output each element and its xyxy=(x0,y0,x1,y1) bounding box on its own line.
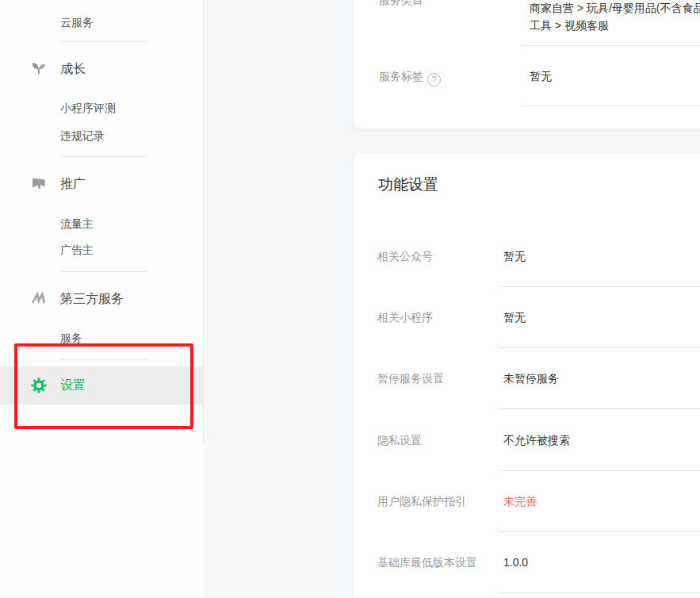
sidebar-item-label: 设置 xyxy=(60,375,86,396)
sidebar-border-line xyxy=(203,0,204,442)
sprout-icon xyxy=(31,61,47,77)
sidebar-item-traffic-master[interactable]: 流量主 xyxy=(60,216,94,232)
service-tag-value: 暂无 xyxy=(530,70,552,83)
divider xyxy=(61,156,147,157)
service-tag-label: 服务标签? xyxy=(379,70,441,86)
divider xyxy=(522,45,700,46)
row-user-privacy-guideline: 用户隐私保护指引 未完善 xyxy=(354,495,700,532)
gear-icon xyxy=(31,378,47,393)
function-settings-card: 功能设置 相关公众号 暂无 相关小程序 暂无 暂停服务设置 未暂停服务 隐私设置… xyxy=(354,153,700,598)
row-related-miniprogram: 相关小程序 暂无 xyxy=(354,311,700,348)
sidebar-item-label: 推广 xyxy=(60,174,86,194)
sidebar: 云服务 成长 小程序评测 违规记录 推广 流量主 广告主 xyxy=(0,0,203,598)
divider xyxy=(498,592,700,593)
sidebar-item-violation-records[interactable]: 违规记录 xyxy=(60,128,105,144)
sidebar-item-cloud-service[interactable]: 云服务 xyxy=(60,14,94,30)
row-value: 暂无 xyxy=(503,250,526,263)
service-tag-label-text: 服务标签 xyxy=(379,70,423,82)
divider xyxy=(61,41,147,42)
row-label: 相关小程序 xyxy=(377,311,433,324)
service-category-label: 服务类目 xyxy=(379,0,423,7)
sidebar-item-label: 成长 xyxy=(60,59,86,79)
sidebar-item-third-party-service[interactable]: 第三方服务 xyxy=(0,289,203,309)
row-value: 未暂停服务 xyxy=(503,372,559,385)
row-value: 不允许被搜索 xyxy=(503,434,570,447)
divider xyxy=(498,470,700,471)
service-category-value-line1: 商家自营 > 玩具/母婴用品(不含食品 xyxy=(530,2,700,15)
service-info-card: 服务类目 商家自营 > 玩具/母婴用品(不含食品 工具 > 视频客服 服务标签?… xyxy=(354,0,700,128)
help-icon[interactable]: ? xyxy=(427,73,441,86)
row-label: 相关公众号 xyxy=(377,250,433,263)
row-label: 基础库最低版本设置 xyxy=(377,556,477,569)
sidebar-item-promotion[interactable]: 推广 xyxy=(0,174,203,194)
row-label: 用户隐私保护指引 xyxy=(377,495,466,508)
sidebar-item-miniprogram-review[interactable]: 小程序评测 xyxy=(60,100,116,116)
row-related-official-account: 相关公众号 暂无 xyxy=(354,250,700,287)
divider xyxy=(498,347,700,348)
sidebar-item-service[interactable]: 服务 xyxy=(60,330,82,346)
service-category-value-line2: 工具 > 视频客服 xyxy=(530,19,609,33)
sidebar-item-settings[interactable]: 设置 xyxy=(0,366,203,404)
row-label: 隐私设置 xyxy=(377,434,422,447)
third-party-icon xyxy=(31,291,47,307)
divider xyxy=(498,408,700,409)
divider xyxy=(498,531,700,532)
divider xyxy=(522,105,700,106)
row-value: 1.0.0 xyxy=(503,556,528,569)
function-settings-title: 功能设置 xyxy=(378,174,438,196)
sidebar-item-label: 第三方服务 xyxy=(60,289,124,309)
row-label: 暂停服务设置 xyxy=(377,372,444,385)
wechat-miniprogram-console: 云服务 成长 小程序评测 违规记录 推广 流量主 广告主 xyxy=(0,0,700,598)
divider xyxy=(61,359,147,360)
row-value-warning: 未完善 xyxy=(503,495,537,508)
sidebar-item-advertiser[interactable]: 广告主 xyxy=(60,242,94,258)
row-base-library-min-version: 基础库最低版本设置 1.0.0 xyxy=(354,556,700,593)
megaphone-icon xyxy=(31,176,47,192)
sidebar-item-growth[interactable]: 成长 xyxy=(0,59,203,79)
row-value: 暂无 xyxy=(503,311,526,324)
divider xyxy=(498,286,700,287)
row-pause-service-setting: 暂停服务设置 未暂停服务 xyxy=(354,372,700,409)
divider xyxy=(61,271,147,272)
row-privacy-setting: 隐私设置 不允许被搜索 xyxy=(354,434,700,471)
